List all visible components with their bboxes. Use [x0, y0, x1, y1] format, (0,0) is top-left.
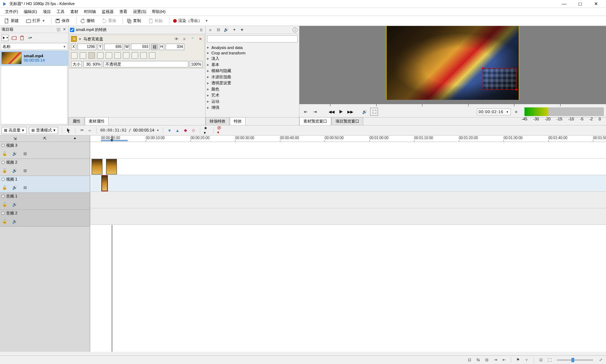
align-btn-10[interactable]	[149, 52, 155, 59]
menu-file[interactable]: 文件(F)	[2, 8, 21, 15]
fx-list-icon[interactable]: ≡	[208, 27, 213, 32]
undock-icon[interactable]: ◫	[56, 27, 61, 32]
render-button[interactable]: 渲染（导出）▾	[171, 17, 210, 24]
menu-view[interactable]: 查看	[117, 8, 130, 15]
w-input[interactable]: 593	[131, 44, 150, 50]
align-btn-4[interactable]	[97, 52, 104, 59]
track-a2[interactable]	[90, 208, 606, 225]
effect-category[interactable]: ▸水波纹扭曲	[206, 74, 299, 80]
lock-aspect-icon[interactable]: ⛓	[151, 44, 158, 50]
effect-category[interactable]: ▸淡入	[206, 56, 299, 62]
zone-out-icon[interactable]: ⇥	[311, 108, 319, 116]
track-header-v2[interactable]: 视频 2 🔓🔊⊟	[0, 159, 90, 176]
status-marker-icon[interactable]: ▿	[523, 357, 530, 363]
effect-menu-icon[interactable]: ≡	[182, 36, 187, 41]
status-btn-3[interactable]: ⊟	[483, 357, 490, 363]
edit-mode-dropdown[interactable]: ⊞ 普通模式 ▾	[29, 127, 58, 134]
status-snap-icon[interactable]: ⊡	[537, 357, 544, 363]
menu-tool[interactable]: 工具	[54, 8, 67, 15]
undo-button[interactable]: 撤销	[78, 17, 97, 24]
track-header-a1[interactable]: 音频 1 🔓🔊	[0, 193, 90, 210]
fx-audio-icon[interactable]: 🔊	[224, 27, 229, 32]
fx-video-icon[interactable]: ⊟	[216, 27, 221, 32]
mute-icon[interactable]: 🔊	[12, 201, 18, 208]
insert-a-icon[interactable]: ▲	[175, 128, 180, 133]
name-header[interactable]: 名称	[3, 44, 10, 49]
effect-category[interactable]: ▸艺术	[206, 92, 299, 98]
menu-clip[interactable]: 素材	[67, 8, 81, 15]
align-btn-8[interactable]	[132, 52, 138, 59]
effect-category[interactable]: ▸增强	[206, 105, 299, 111]
overwrite-icon[interactable]: ◆	[183, 128, 188, 133]
effect-category[interactable]: ▸Analysis and data	[206, 45, 299, 50]
status-btn-5[interactable]: ⇤	[501, 357, 507, 363]
effects-search-input[interactable]	[207, 35, 298, 43]
mute-icon[interactable]: 🔊	[12, 218, 18, 225]
track-a1[interactable]	[90, 192, 606, 208]
play-icon[interactable]	[337, 108, 345, 116]
preview-quality-dropdown[interactable]: ⊠ 高质量 ▾	[1, 127, 27, 134]
align-btn-2[interactable]	[80, 52, 86, 59]
y-input[interactable]: 695	[104, 44, 123, 50]
effect-category[interactable]: ▸运动	[206, 98, 299, 105]
align-btn-9[interactable]	[140, 52, 147, 59]
lock-icon[interactable]: 🔓	[1, 167, 8, 174]
fullscreen-icon[interactable]: ⛶	[370, 108, 378, 116]
monitor-ruler[interactable]	[299, 104, 606, 106]
copy-button[interactable]: 复制	[124, 17, 143, 24]
fx-custom-icon[interactable]: ✦	[232, 27, 237, 32]
status-btn-4[interactable]: ⇥	[492, 357, 499, 363]
status-fit-icon[interactable]: ⛶	[546, 357, 553, 363]
close-panel-icon[interactable]: ✕	[62, 27, 67, 32]
track-header-btn-2[interactable]: ⇱	[42, 136, 48, 142]
select-tool-icon[interactable]	[66, 128, 71, 133]
monitor-timecode[interactable]: 00:00:02:16 ▾	[477, 108, 511, 115]
effect-category[interactable]: ▸基本	[206, 62, 299, 68]
lock-icon[interactable]: 🔓	[1, 201, 8, 208]
favorite-effect-icon[interactable]: ★ ▾	[204, 128, 210, 133]
close-button[interactable]: ✕	[588, 0, 604, 8]
preview-render-icon[interactable]: ⦿ ▾	[217, 128, 223, 133]
open-button[interactable]: 打开▾	[24, 17, 47, 24]
redo-button[interactable]: 重做	[100, 17, 118, 24]
fx-info-icon[interactable]: i	[293, 27, 298, 32]
timeline-ruler[interactable]: 00:00:00:0000:00:10:0000:00:20:0000:00:3…	[90, 136, 606, 142]
spacer-tool-icon[interactable]: ↔	[87, 128, 93, 133]
align-btn-1[interactable]	[71, 52, 78, 59]
track-header-v3[interactable]: 视频 3 🔓🔊⊟	[0, 142, 90, 159]
x-input[interactable]: 1296	[78, 44, 96, 50]
add-clip-dropdown[interactable]: ▾	[1, 35, 9, 41]
tab-clip-monitor[interactable]: 素材预览窗口	[299, 117, 331, 125]
align-btn-5[interactable]	[106, 52, 112, 59]
effect-category[interactable]: ▸透明度设置	[206, 80, 299, 86]
monitor-menu-icon[interactable]: ≡	[512, 108, 520, 116]
monitor-viewport[interactable]	[299, 26, 606, 104]
volume-icon[interactable]: 🔊	[361, 108, 369, 116]
timeline-clip-selected[interactable]	[102, 176, 107, 191]
effect-category[interactable]: ▸颜色	[206, 86, 299, 92]
track-header-v1[interactable]: 视频 1 🔓🔊⊟	[0, 176, 90, 193]
timeline-zone[interactable]	[101, 140, 128, 141]
menu-help[interactable]: 帮助(H)	[149, 8, 168, 15]
tab-project-monitor[interactable]: 项目预览窗口	[331, 117, 363, 125]
effect-category[interactable]: ▸模糊与隐藏	[206, 68, 299, 74]
size-input[interactable]: 30. 93%	[83, 61, 102, 67]
lock-icon[interactable]: 🔓	[1, 218, 8, 225]
h-input[interactable]: 334	[166, 44, 184, 50]
insert-v-icon[interactable]: ▼	[167, 128, 172, 133]
menu-project[interactable]: 项目	[40, 8, 54, 15]
effect-close-icon[interactable]: ✕	[198, 36, 203, 41]
mute-icon[interactable]: 🔊	[12, 167, 18, 174]
mute-icon[interactable]: 🔊	[12, 150, 18, 157]
align-btn-3[interactable]	[88, 52, 95, 59]
effect-enable-checkbox[interactable]	[70, 28, 74, 32]
lock-icon[interactable]: 🔓	[1, 150, 8, 157]
save-button[interactable]: 保存	[53, 17, 72, 24]
zone-in-icon[interactable]: ⇤	[302, 108, 309, 116]
delete-clip-icon[interactable]	[19, 35, 25, 40]
timeline-clip[interactable]	[92, 159, 102, 174]
tab-clip-properties[interactable]: 素材属性	[85, 117, 109, 125]
status-flag-icon[interactable]: ⚑	[515, 357, 521, 363]
tab-effects[interactable]: 特效	[230, 117, 246, 125]
bin-menu-icon[interactable]: ≡▾	[27, 35, 32, 40]
